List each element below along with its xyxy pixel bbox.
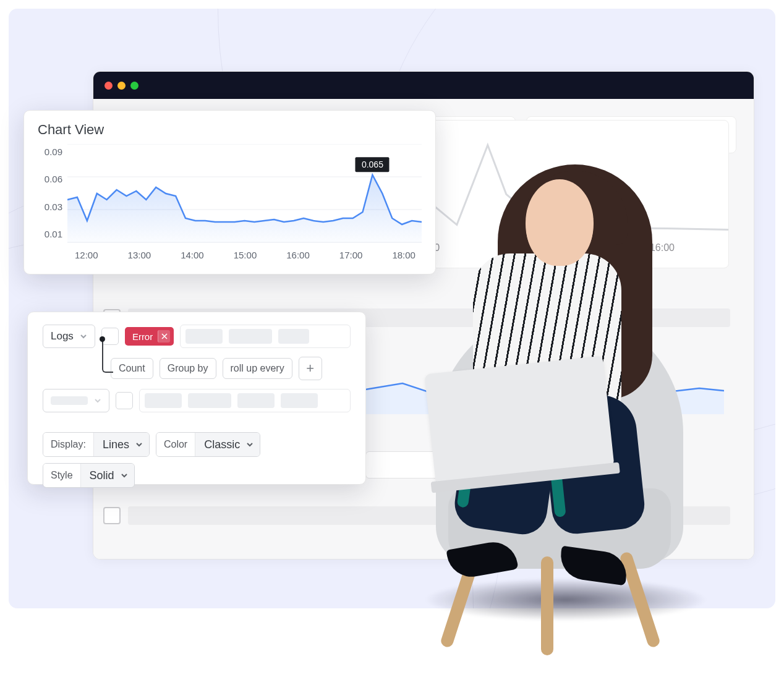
tooltip-value: 0.065 (362, 160, 383, 169)
traffic-light-minimize-icon[interactable] (117, 82, 126, 90)
x-tick: 18:00 (392, 250, 415, 260)
style-label: Style (43, 464, 81, 487)
color-value-dropdown[interactable]: Classic (195, 433, 260, 456)
bg-query-row-2 (100, 501, 730, 530)
display-control[interactable]: Display: Lines (43, 432, 150, 457)
x-tick: 13:00 (128, 250, 151, 260)
color-control[interactable]: Color Classic (156, 432, 260, 457)
color-label: Color (156, 433, 195, 456)
query-aggregate-row: Count Group by roll up every + (43, 357, 351, 380)
groupby-dropdown[interactable]: Group by (160, 358, 216, 379)
filter-placeholder-group[interactable] (180, 325, 351, 348)
svg-marker-5 (67, 175, 422, 243)
bg-chart-x-axis: 14:00 15:00 16:00 (415, 242, 675, 253)
chart-y-axis: 0.09 0.06 0.03 0.01 (38, 144, 67, 262)
style-control[interactable]: Style Solid (43, 463, 135, 488)
secondary-source-dropdown[interactable] (43, 389, 109, 412)
svg-marker-0 (365, 377, 724, 414)
x-tick: 14:00 (181, 250, 204, 260)
secondary-placeholder-group[interactable] (139, 389, 351, 412)
chevron-down-icon (121, 472, 128, 479)
query-connector-line (102, 339, 113, 373)
bg-checkbox[interactable] (103, 507, 121, 524)
add-clause-button[interactable]: + (299, 357, 322, 380)
query-builder-card: Logs Error Count Group by roll up every … (27, 312, 366, 485)
chart-plot-area[interactable]: 0.065 (67, 144, 422, 243)
y-tick: 0.03 (38, 202, 62, 212)
style-value-dropdown[interactable]: Solid (81, 464, 134, 487)
filter-chip-error[interactable]: Error (125, 327, 174, 346)
chart-x-axis: 12:00 13:00 14:00 15:00 16:00 17:00 18:0… (75, 250, 415, 260)
chart-view-card: Chart View 0.09 0.06 0.03 0.01 (23, 110, 436, 274)
query-secondary-row (43, 389, 351, 412)
y-tick: 0.01 (38, 229, 62, 239)
source-dropdown-label: Logs (51, 330, 74, 342)
bg-x-tick: 15:00 (532, 242, 557, 253)
y-tick: 0.06 (38, 174, 62, 184)
bg-controls-row (365, 451, 724, 482)
bg-mini-chart (365, 340, 724, 414)
x-tick: 15:00 (234, 250, 257, 260)
display-label: Display: (43, 433, 94, 456)
bg-x-tick: 16:00 (650, 242, 675, 253)
source-dropdown[interactable]: Logs (43, 325, 95, 348)
display-value-dropdown[interactable]: Lines (94, 433, 149, 456)
filter-chip-remove-icon[interactable] (158, 330, 170, 342)
secondary-checkbox[interactable] (116, 392, 133, 409)
window-titlebar (93, 72, 754, 99)
x-tick: 16:00 (286, 250, 310, 260)
x-tick: 17:00 (339, 250, 363, 260)
chevron-down-icon (246, 441, 254, 448)
chevron-down-icon (94, 397, 101, 404)
x-tick: 12:00 (75, 250, 98, 260)
rollup-dropdown[interactable]: roll up every (223, 358, 292, 379)
query-source-row: Logs Error (43, 325, 351, 348)
display-controls-row: Display: Lines Color Classic Style Solid (43, 432, 351, 488)
y-tick: 0.09 (38, 147, 62, 157)
filter-chip-label: Error (132, 331, 153, 342)
aggregate-count-dropdown[interactable]: Count (111, 358, 153, 379)
chart-view-title: Chart View (38, 122, 422, 138)
chevron-down-icon (80, 333, 87, 340)
chevron-down-icon (135, 441, 143, 448)
traffic-light-zoom-icon[interactable] (130, 82, 138, 90)
traffic-light-close-icon[interactable] (104, 82, 113, 90)
chart-tooltip: 0.065 (356, 157, 390, 172)
